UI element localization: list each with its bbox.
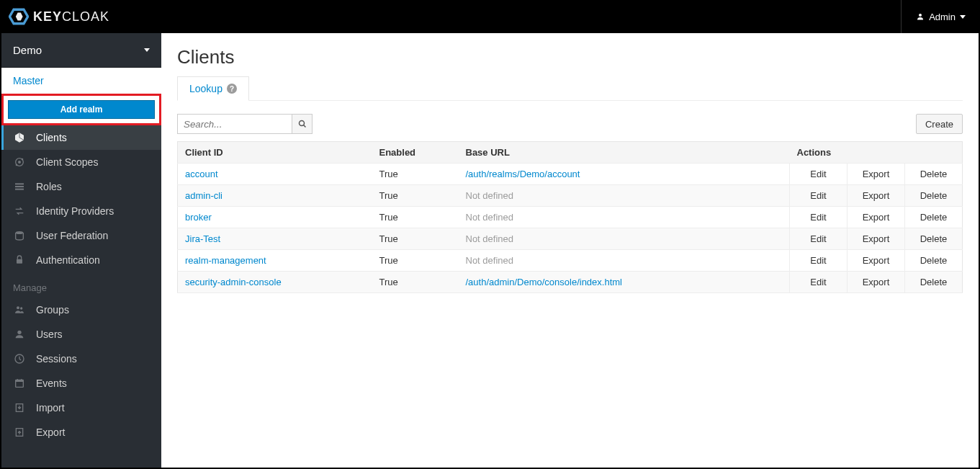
action-edit[interactable]: Edit bbox=[790, 207, 848, 228]
nav-label: Client Scopes bbox=[36, 156, 98, 168]
nav-label: Clients bbox=[36, 132, 67, 143]
user-menu[interactable]: Admin bbox=[901, 0, 966, 33]
svg-point-13 bbox=[20, 307, 22, 309]
export-icon bbox=[13, 426, 26, 439]
client-link[interactable]: realm-management bbox=[185, 255, 266, 266]
cell-enabled: True bbox=[372, 185, 459, 207]
add-realm-button[interactable]: Add realm bbox=[8, 100, 155, 119]
svg-rect-11 bbox=[17, 259, 22, 264]
cell-enabled: True bbox=[372, 228, 459, 250]
events-icon bbox=[13, 377, 26, 390]
base-url-link[interactable]: /auth/realms/Demo/account bbox=[466, 169, 580, 179]
table-row: realm-managementTrueNot definedEditExpor… bbox=[178, 250, 963, 272]
col-base-url: Base URL bbox=[459, 142, 790, 164]
help-icon: ? bbox=[227, 84, 237, 94]
action-export[interactable]: Export bbox=[848, 272, 905, 293]
nav-label: Groups bbox=[36, 304, 69, 316]
nav-item-groups[interactable]: Groups bbox=[1, 298, 161, 322]
nav-item-user-federation[interactable]: User Federation bbox=[1, 223, 161, 248]
table-row: accountTrue/auth/realms/Demo/accountEdit… bbox=[178, 164, 963, 185]
base-url-link[interactable]: /auth/admin/Demo/console/index.html bbox=[466, 277, 623, 287]
action-delete[interactable]: Delete bbox=[905, 185, 963, 207]
client-link[interactable]: admin-cli bbox=[185, 190, 222, 201]
page-title: Clients bbox=[177, 46, 963, 68]
realm-dropdown: Master Add realm bbox=[1, 68, 161, 125]
cell-base-url: Not defined bbox=[459, 228, 790, 250]
svg-point-2 bbox=[919, 14, 922, 17]
action-export[interactable]: Export bbox=[848, 164, 905, 185]
col-actions: Actions bbox=[790, 142, 963, 164]
search-icon bbox=[298, 120, 307, 128]
cell-enabled: True bbox=[372, 272, 459, 293]
nav-item-export[interactable]: Export bbox=[1, 420, 161, 445]
action-edit[interactable]: Edit bbox=[790, 250, 848, 272]
action-export[interactable]: Export bbox=[848, 207, 905, 228]
realm-link-master[interactable]: Master bbox=[1, 68, 161, 94]
svg-point-6 bbox=[16, 164, 18, 166]
chevron-down-icon bbox=[144, 48, 150, 52]
clients-icon bbox=[13, 131, 26, 144]
authentication-icon bbox=[13, 254, 26, 267]
realm-selector[interactable]: Demo bbox=[1, 33, 161, 68]
cell-client-id: realm-management bbox=[178, 250, 372, 272]
action-delete[interactable]: Delete bbox=[905, 164, 963, 185]
tab-label: Lookup bbox=[189, 83, 222, 94]
user-icon bbox=[916, 12, 925, 21]
nav-item-clients[interactable]: Clients bbox=[1, 125, 161, 150]
action-export[interactable]: Export bbox=[848, 250, 905, 272]
nav-item-sessions[interactable]: Sessions bbox=[1, 347, 161, 371]
nav-label: Authentication bbox=[36, 254, 100, 266]
action-edit[interactable]: Edit bbox=[790, 272, 848, 293]
tabs: Lookup ? bbox=[177, 76, 963, 101]
cell-client-id: broker bbox=[178, 207, 372, 228]
nav-item-import[interactable]: Import bbox=[1, 396, 161, 420]
action-delete[interactable]: Delete bbox=[905, 207, 963, 228]
nav-item-authentication[interactable]: Authentication bbox=[1, 248, 161, 272]
cell-base-url: /auth/realms/Demo/account bbox=[459, 164, 790, 185]
client-link[interactable]: Jira-Test bbox=[185, 233, 220, 244]
svg-rect-9 bbox=[15, 189, 24, 190]
action-delete[interactable]: Delete bbox=[905, 250, 963, 272]
client-link[interactable]: account bbox=[185, 169, 218, 179]
users-icon bbox=[13, 328, 26, 341]
nav-item-users[interactable]: Users bbox=[1, 322, 161, 347]
table-row: admin-cliTrueNot definedEditExportDelete bbox=[178, 185, 963, 207]
nav-label: Users bbox=[36, 329, 63, 340]
nav-label: Export bbox=[36, 426, 65, 438]
cell-client-id: account bbox=[178, 164, 372, 185]
create-button[interactable]: Create bbox=[916, 114, 963, 134]
search-input[interactable] bbox=[177, 114, 292, 134]
svg-rect-7 bbox=[15, 183, 24, 184]
identity-providers-icon bbox=[13, 205, 26, 218]
client-link[interactable]: broker bbox=[185, 212, 212, 223]
client-link[interactable]: security-admin-console bbox=[185, 277, 282, 287]
clients-table: Client ID Enabled Base URL Actions accou… bbox=[177, 141, 963, 293]
cell-base-url: Not defined bbox=[459, 250, 790, 272]
col-client-id: Client ID bbox=[178, 142, 372, 164]
svg-point-3 bbox=[18, 161, 21, 164]
cell-enabled: True bbox=[372, 164, 459, 185]
action-export[interactable]: Export bbox=[848, 228, 905, 250]
import-icon bbox=[13, 401, 26, 414]
action-delete[interactable]: Delete bbox=[905, 272, 963, 293]
action-delete[interactable]: Delete bbox=[905, 228, 963, 250]
brand-logo[interactable]: KEYCLOAK bbox=[9, 6, 109, 27]
action-export[interactable]: Export bbox=[848, 185, 905, 207]
tab-lookup[interactable]: Lookup ? bbox=[177, 76, 249, 101]
cell-base-url: /auth/admin/Demo/console/index.html bbox=[459, 272, 790, 293]
action-edit[interactable]: Edit bbox=[790, 228, 848, 250]
brand-text: KEYCLOAK bbox=[33, 9, 109, 24]
user-federation-icon bbox=[13, 229, 26, 242]
nav-item-events[interactable]: Events bbox=[1, 371, 161, 396]
cell-client-id: security-admin-console bbox=[178, 272, 372, 293]
main-content: Clients Lookup ? Create Client ID Enable… bbox=[161, 33, 979, 468]
search-button[interactable] bbox=[292, 114, 313, 134]
roles-icon bbox=[13, 180, 26, 193]
nav-item-roles[interactable]: Roles bbox=[1, 174, 161, 199]
search-group bbox=[177, 114, 313, 134]
nav-item-client-scopes[interactable]: Client Scopes bbox=[1, 150, 161, 174]
svg-point-14 bbox=[17, 331, 21, 334]
nav-item-identity-providers[interactable]: Identity Providers bbox=[1, 199, 161, 223]
action-edit[interactable]: Edit bbox=[790, 164, 848, 185]
action-edit[interactable]: Edit bbox=[790, 185, 848, 207]
